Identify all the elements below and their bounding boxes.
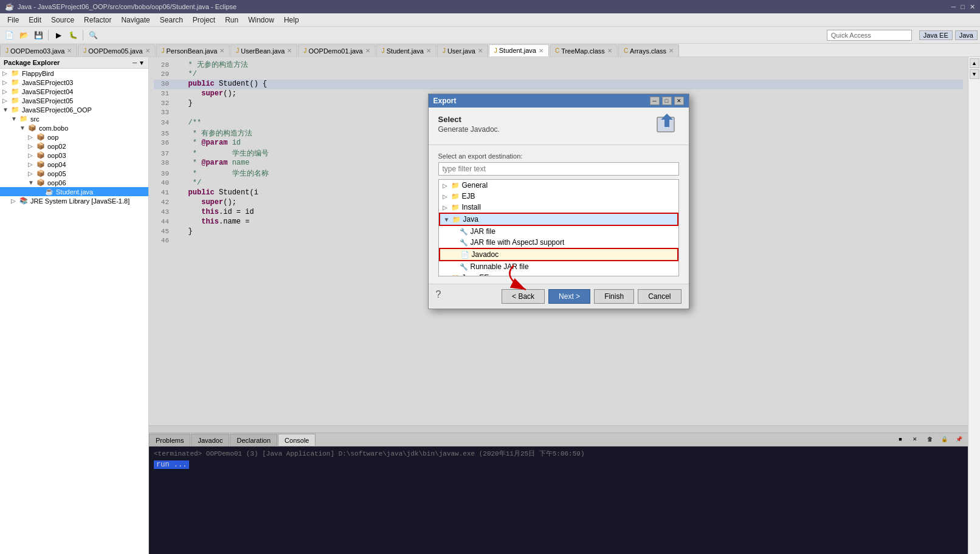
sidebar-item-oop06[interactable]: ▼ 📦 oop06 [0, 178, 148, 187]
item-label: oop [47, 134, 58, 141]
sidebar-item-oop05[interactable]: ▷ 📦 oop05 [0, 169, 148, 178]
menu-source[interactable]: Source [46, 15, 79, 26]
tree-javaee[interactable]: ▷ 📁 Java EE [439, 272, 678, 276]
tab-close-icon-2[interactable]: ✕ [145, 47, 150, 54]
tab-personbean[interactable]: J PersonBean.java ✕ [156, 44, 230, 56]
sidebar-item-oop04[interactable]: ▷ 📦 oop04 [0, 160, 148, 169]
menu-edit[interactable]: Edit [24, 15, 46, 26]
tab-arrays[interactable]: C Arrays.class ✕ [618, 44, 679, 56]
sidebar-item-jre[interactable]: ▷ 📚 JRE System Library [JavaSE-1.8] [0, 196, 148, 205]
toolbar-separator-1 [48, 30, 49, 41]
menu-window[interactable]: Window [243, 15, 279, 26]
toolbar-open[interactable]: 📂 [17, 29, 30, 42]
finish-button[interactable]: Finish [594, 289, 634, 304]
tab-close-icon-10[interactable]: ✕ [669, 47, 674, 54]
modal-minimize-btn[interactable]: ─ [650, 97, 660, 105]
minimize-btn[interactable]: ─ [951, 3, 956, 10]
menu-project[interactable]: Project [188, 15, 220, 26]
item-label: src [30, 115, 40, 123]
sidebar-item-oop02[interactable]: ▷ 📦 oop02 [0, 142, 148, 151]
back-button[interactable]: < Back [502, 289, 545, 304]
tab-oopdemo05[interactable]: J OOPDemo05.java ✕ [78, 44, 155, 56]
sidebar-item-project04[interactable]: ▷ 📁 JavaSEProject04 [0, 87, 148, 96]
maximize-btn[interactable]: □ [961, 3, 965, 10]
tab-student1[interactable]: J Student.java ✕ [376, 44, 437, 56]
java-ee-perspective[interactable]: Java EE [919, 30, 953, 40]
center-area: 28 * 无参的构造方法 29 */ 30 public Student() {… [149, 57, 968, 554]
toolbar-new[interactable]: 📄 [2, 29, 16, 42]
tree-jar[interactable]: 🔧 JAR file [439, 226, 678, 237]
sidebar-item-src[interactable]: ▼ 📁 src [0, 114, 148, 123]
menu-refactor[interactable]: Refactor [79, 15, 116, 26]
filter-input[interactable] [438, 162, 679, 176]
modal-help-icon[interactable]: ? [436, 289, 441, 304]
sidebar-item-student[interactable]: ☕ Student.java [0, 187, 148, 196]
menu-search[interactable]: Search [155, 15, 188, 26]
toolbar-save[interactable]: 💾 [32, 29, 45, 42]
javadoc-icon: 📄 [461, 251, 469, 259]
sidebar-item-flappybird[interactable]: ▷ 📁 FlappyBird [0, 69, 148, 78]
tree-javadoc[interactable]: 📄 Javadoc [439, 248, 678, 261]
folder-icon: 📁 [11, 87, 21, 95]
menu-navigate[interactable]: Navigate [116, 15, 154, 26]
sidebar-item-oop03[interactable]: ▷ 📦 oop03 [0, 151, 148, 160]
cancel-button[interactable]: Cancel [638, 289, 681, 304]
java-file-icon: ☕ [45, 188, 55, 196]
modal-title-bar: Export ─ □ ✕ [429, 94, 689, 108]
sidebar-item-combobo[interactable]: ▼ 📦 com.bobo [0, 123, 148, 132]
right-sidebar: ▲ ▼ [968, 57, 980, 554]
export-tree: ▷ 📁 General ▷ 📁 EJB ▷ [438, 179, 679, 276]
tab-oopdemo01[interactable]: J OOPDemo01.java ✕ [298, 44, 375, 56]
java-perspective[interactable]: Java [955, 30, 978, 40]
menu-help[interactable]: Help [279, 15, 304, 26]
modal-description: Generate Javadoc. [438, 125, 679, 134]
tab-treemap[interactable]: C TreeMap.class ✕ [550, 44, 618, 56]
modal-footer: ? < Back Next > Finish Cancel [429, 284, 689, 309]
next-button[interactable]: Next > [548, 289, 590, 304]
sidebar-item-project05[interactable]: ▷ 📁 JavaSEProject05 [0, 96, 148, 105]
modal-maximize-btn[interactable]: □ [662, 97, 672, 105]
tab-close-icon[interactable]: ✕ [67, 47, 72, 54]
file-icon: 🔧 [460, 228, 468, 236]
right-btn-1[interactable]: ▲ [970, 58, 979, 68]
tree-arrow: ▼ [2, 106, 11, 113]
tab-close-icon-6[interactable]: ✕ [426, 47, 431, 54]
item-label: JavaSEProject03 [22, 79, 73, 86]
tab-close-icon-8[interactable]: ✕ [539, 47, 543, 54]
tab-close-icon-9[interactable]: ✕ [607, 47, 612, 54]
tab-student-active[interactable]: J Student.java ✕ [489, 44, 549, 56]
tab-oopdemo03[interactable]: J OOPDemo03.java ✕ [0, 44, 77, 56]
tab-close-icon-7[interactable]: ✕ [478, 47, 483, 54]
tab-close-icon-5[interactable]: ✕ [365, 47, 370, 54]
tab-user[interactable]: J User.java ✕ [437, 44, 488, 56]
tree-general[interactable]: ▷ 📁 General [439, 180, 678, 191]
sidebar-item-project03[interactable]: ▷ 📁 JavaSEProject03 [0, 78, 148, 87]
quick-access-box[interactable]: Quick Access [827, 30, 912, 41]
tree-arrow: ▼ [11, 115, 19, 122]
tree-ejb[interactable]: ▷ 📁 EJB [439, 191, 678, 202]
sidebar-item-oop[interactable]: ▷ 📦 oop [0, 132, 148, 142]
toolbar-search[interactable]: 🔍 [86, 29, 100, 42]
tab-close-icon-4[interactable]: ✕ [287, 47, 292, 54]
folder-icon: 📁 [451, 193, 460, 200]
modal-close-btn[interactable]: ✕ [674, 97, 684, 105]
title-bar: ☕ Java - JavaSEProject06_OOP/src/com/bob… [0, 0, 980, 13]
menu-file[interactable]: File [2, 15, 24, 26]
modal-title-text: Export [433, 97, 457, 105]
tab-userbean[interactable]: J UserBean.java ✕ [230, 44, 297, 56]
sidebar-collapse-btn[interactable]: ─ [133, 60, 137, 66]
menu-run[interactable]: Run [220, 15, 243, 26]
tab-close-icon-3[interactable]: ✕ [219, 47, 224, 54]
sidebar-item-project06[interactable]: ▼ 📁 JavaSEProject06_OOP [0, 105, 148, 114]
sidebar-menu-btn[interactable]: ▼ [139, 60, 145, 66]
tree-runnable-jar[interactable]: 🔧 Runnable JAR file [439, 261, 678, 272]
right-btn-2[interactable]: ▼ [970, 69, 979, 79]
tree-jar-aspectj[interactable]: 🔧 JAR file with AspectJ support [439, 237, 678, 248]
close-btn[interactable]: ✕ [970, 3, 975, 11]
toolbar-run[interactable]: ▶ [52, 29, 65, 42]
tree-install[interactable]: ▷ 📁 Install [439, 202, 678, 213]
tree-java[interactable]: ▼ 📁 Java [439, 213, 678, 226]
toolbar-debug[interactable]: 🐛 [66, 29, 80, 42]
package-icon: 📦 [36, 179, 46, 186]
tree-arrow: ▷ [443, 204, 451, 211]
